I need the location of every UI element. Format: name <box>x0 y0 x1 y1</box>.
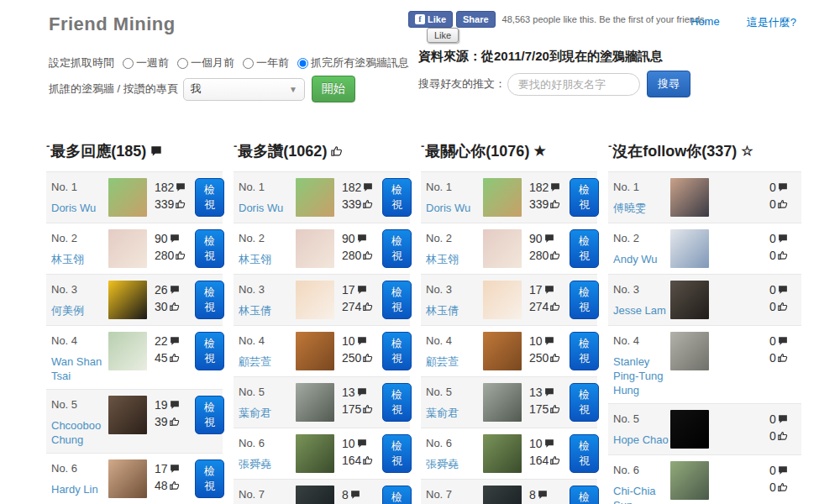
counts: 0 0 <box>769 178 798 213</box>
like-count: 339 <box>529 196 570 213</box>
rank-label: No. 2 <box>613 232 669 244</box>
like-count-value: 164 <box>529 452 549 469</box>
search-button[interactable]: 搜尋 <box>647 71 690 97</box>
view-button[interactable]: 檢視 <box>382 281 412 319</box>
view-button[interactable]: 檢視 <box>195 459 224 498</box>
friend-name-link[interactable]: 張舜堯 <box>426 457 481 471</box>
friend-name-link[interactable]: 顧芸萱 <box>426 354 481 369</box>
view-button[interactable]: 檢視 <box>570 281 599 319</box>
friend-name-link[interactable]: 林玉倩 <box>239 303 294 318</box>
view-button[interactable]: 檢視 <box>195 396 224 434</box>
avatar <box>296 229 334 268</box>
thumb-icon <box>550 199 560 209</box>
view-button[interactable]: 檢視 <box>382 434 412 473</box>
view-button[interactable]: 檢視 <box>570 229 599 268</box>
friend-name-link[interactable]: 林玉倩 <box>426 303 481 318</box>
view-button[interactable]: 檢視 <box>382 332 412 370</box>
like-count: 45 <box>155 349 195 366</box>
friend-name-link[interactable]: Hardy Lin <box>51 482 107 496</box>
avatar <box>108 459 147 498</box>
view-button[interactable]: 檢視 <box>570 332 599 370</box>
friend-name-link[interactable]: 張舜堯 <box>239 457 294 471</box>
view-button[interactable]: 檢視 <box>195 178 224 217</box>
counts: 22 45 <box>155 332 195 366</box>
avatar <box>670 410 709 449</box>
search-label: 搜尋好友的推文： <box>418 76 506 92</box>
view-button[interactable]: 檢視 <box>382 229 412 268</box>
ranking-row: No. 5 Hope Chao 0 0 <box>608 403 801 454</box>
view-button[interactable]: 檢視 <box>382 383 412 422</box>
like-count-value: 0 <box>769 479 776 496</box>
collapse-toggle[interactable]: - <box>234 141 237 151</box>
friend-name-link[interactable]: Chcooboo Chung <box>51 418 107 447</box>
friend-name-link[interactable]: 林玉翎 <box>239 252 294 266</box>
nav-what-is-this-link[interactable]: 這是什麼? <box>747 15 796 30</box>
radio-all-messages-input[interactable] <box>297 58 308 69</box>
comment-icon <box>357 234 367 244</box>
radio-one-month-input[interactable] <box>177 58 188 69</box>
view-button[interactable]: 檢視 <box>195 281 224 319</box>
view-button[interactable]: 檢視 <box>195 229 224 268</box>
view-button[interactable]: 檢視 <box>195 332 224 370</box>
friend-name-link[interactable]: 葉俞君 <box>239 406 294 420</box>
rank-name-block: No. 1 Doris Wu <box>239 178 294 215</box>
friend-name-link[interactable]: Wan Shan Tsai <box>51 354 107 383</box>
friend-name-link[interactable]: Doris Wu <box>51 201 107 215</box>
facebook-icon: f <box>415 14 425 24</box>
like-count-value: 339 <box>155 196 174 213</box>
view-button[interactable]: 檢視 <box>382 178 412 217</box>
comment-icon <box>544 285 554 295</box>
view-button[interactable]: 檢視 <box>570 178 599 217</box>
friend-name-link[interactable]: Stanley Ping-Tung Hung <box>613 354 669 397</box>
like-count-value: 175 <box>342 401 361 417</box>
target-select[interactable]: 我 ▼ <box>183 78 305 101</box>
friend-name-link[interactable]: Chi-Chia Sun <box>613 484 669 504</box>
collapse-toggle[interactable]: - <box>46 141 50 151</box>
view-button[interactable]: 檢視 <box>570 434 599 473</box>
friend-name-link[interactable]: 林玉翎 <box>426 252 481 266</box>
view-button[interactable]: 檢視 <box>382 486 412 504</box>
radio-one-year-label: 一年前 <box>256 55 289 71</box>
friend-name-link[interactable]: 傅曉雯 <box>613 201 669 215</box>
rank-label: No. 1 <box>613 181 669 193</box>
friend-name-link[interactable]: Hope Chao <box>613 433 669 447</box>
facebook-share-button[interactable]: Share <box>456 11 496 28</box>
radio-one-week: 一週前 <box>118 55 169 71</box>
comment-icon <box>778 182 788 192</box>
like-count-value: 339 <box>529 196 549 213</box>
rank-name-block: No. 6 張舜堯 <box>426 434 481 471</box>
comment-count: 182 <box>155 179 195 196</box>
collapse-toggle[interactable]: - <box>608 141 612 151</box>
friend-name-link[interactable]: 葉俞君 <box>426 406 481 420</box>
like-count: 274 <box>529 298 570 315</box>
collapse-toggle[interactable]: - <box>421 141 424 151</box>
friend-name-link[interactable]: Andy Wu <box>613 252 669 266</box>
view-button[interactable]: 檢視 <box>570 486 599 504</box>
ranking-row: No. 6 Chi-Chia Sun 0 0 <box>608 454 801 504</box>
friend-name-link[interactable]: Jesse Lam <box>613 303 669 318</box>
comment-count-value: 10 <box>529 333 543 349</box>
facebook-like-small-button[interactable]: Like <box>427 28 459 43</box>
friend-name-link[interactable]: Doris Wu <box>426 201 481 215</box>
nav-home-link[interactable]: Home <box>690 15 720 30</box>
facebook-plugin: f Like Share 48,563 people like this. Be… <box>408 11 707 28</box>
friend-name-link[interactable]: 何美例 <box>51 303 107 318</box>
friend-search: 搜尋好友的推文： 搜尋 <box>418 71 690 97</box>
view-button[interactable]: 檢視 <box>570 383 599 422</box>
friend-name-link[interactable]: Doris Wu <box>239 201 294 215</box>
radio-one-week-input[interactable] <box>123 58 134 69</box>
like-count-value: 30 <box>155 298 168 315</box>
like-count: 48 <box>155 477 195 494</box>
start-button[interactable]: 開始 <box>312 76 355 102</box>
comment-count-value: 13 <box>342 384 355 401</box>
comment-count-value: 182 <box>529 179 549 196</box>
friend-name-link[interactable]: 林玉翎 <box>51 252 107 266</box>
counts: 10 164 <box>342 434 382 469</box>
radio-one-year-input[interactable] <box>243 58 254 69</box>
search-input[interactable] <box>507 73 640 96</box>
facebook-like-button[interactable]: f Like <box>408 11 453 28</box>
friend-name-link[interactable]: 顧芸萱 <box>239 354 294 369</box>
rank-name-block: No. 6 Chi-Chia Sun <box>613 461 669 504</box>
like-count-value: 280 <box>529 247 549 264</box>
ranking-row: No. 5 Chcooboo Chung 19 39 檢視 <box>46 389 223 453</box>
